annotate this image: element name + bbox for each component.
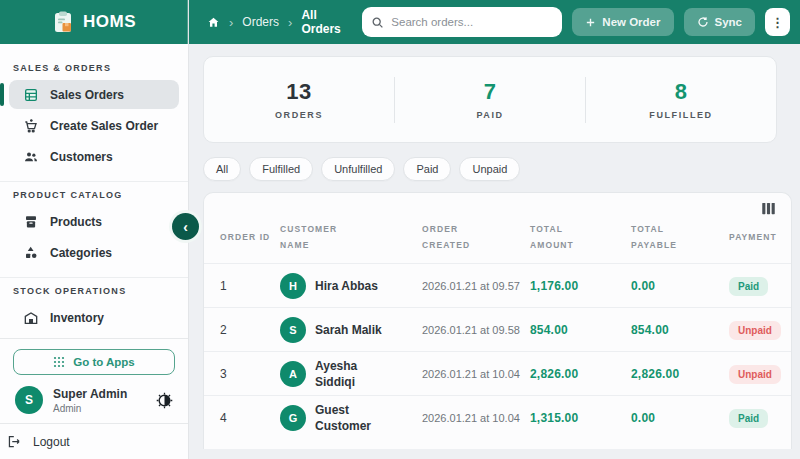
home-icon[interactable] xyxy=(207,16,220,29)
stats-card: 13 ORDERS 7 PAID 8 FULFILLED xyxy=(203,56,777,143)
customer-name: Ayesha Siddiqi xyxy=(315,358,393,390)
payment-cell: Paid xyxy=(729,408,775,428)
breadcrumb-all-orders[interactable]: All Orders xyxy=(301,8,352,36)
sidebar-item-sales-orders[interactable]: Sales Orders xyxy=(9,80,179,109)
section-label-product-catalog: PRODUCT CATALOG xyxy=(0,190,188,200)
order-id: 3 xyxy=(220,367,276,381)
order-created: 2026.01.21 at 09.58 xyxy=(422,324,526,336)
column-header-customer-name[interactable]: CUSTOMER NAME xyxy=(280,221,352,253)
sync-refresh-icon xyxy=(697,16,709,28)
people-icon xyxy=(22,148,39,165)
homs-logo-icon xyxy=(51,10,75,34)
total-amount: 2,826.00 xyxy=(530,367,627,381)
more-options-button[interactable]: ⋮ xyxy=(765,8,790,36)
sidebar-item-label: Inventory xyxy=(50,311,104,325)
warehouse-icon xyxy=(22,309,39,326)
column-header-total-amount[interactable]: TOTAL AMOUNT xyxy=(530,221,602,253)
sidebar: HOMS SALES & ORDERS Sales Orders xyxy=(0,0,189,459)
customer-cell: G Guest Customer xyxy=(280,402,418,434)
go-to-apps-label: Go to Apps xyxy=(73,356,135,368)
total-amount: 1,315.00 xyxy=(530,411,627,425)
sidebar-item-label: Categories xyxy=(50,246,112,260)
app-root: HOMS SALES & ORDERS Sales Orders xyxy=(0,0,800,459)
logout-icon xyxy=(6,434,21,449)
column-header-total-payable[interactable]: TOTAL PAYABLE xyxy=(631,221,703,253)
shapes-icon xyxy=(22,244,39,261)
total-payable: 2,826.00 xyxy=(631,367,725,381)
order-created: 2026.01.21 at 10.04 xyxy=(422,412,526,424)
section-divider xyxy=(0,277,188,278)
cart-plus-icon xyxy=(22,117,39,134)
search-input[interactable] xyxy=(391,16,553,28)
column-header-order-id[interactable]: ORDER ID xyxy=(220,229,276,245)
column-header-order-created[interactable]: ORDER CREATED xyxy=(422,221,494,253)
breadcrumb-orders[interactable]: Orders xyxy=(242,15,279,29)
user-role: Admin xyxy=(53,403,127,414)
chevron-left-icon: ‹ xyxy=(183,220,188,234)
user-name: Super Admin xyxy=(53,387,127,401)
column-header-payment[interactable]: PAYMENT xyxy=(729,229,777,245)
customer-avatar: H xyxy=(280,273,306,299)
payment-status-badge: Unpaid xyxy=(729,365,781,384)
sidebar-item-products[interactable]: Products xyxy=(9,207,179,236)
table-row[interactable]: 1 H Hira Abbas 2026.01.21 at 09.57 1,176… xyxy=(204,263,791,307)
dark-mode-toggle-icon[interactable] xyxy=(156,392,173,409)
columns-icon[interactable] xyxy=(761,202,776,215)
table-row[interactable]: 2 S Sarah Malik 2026.01.21 at 09.58 854.… xyxy=(204,307,791,351)
customer-avatar: S xyxy=(280,317,306,343)
payment-cell: Unpaid xyxy=(729,320,781,340)
stat-paid-value: 7 xyxy=(484,79,497,105)
total-payable: 0.00 xyxy=(631,279,725,293)
logout-label: Logout xyxy=(33,435,70,449)
table-row[interactable]: 4 G Guest Customer 2026.01.21 at 10.04 1… xyxy=(204,395,791,439)
top-header: › Orders › All Orders N xyxy=(189,0,800,44)
content-area: 13 ORDERS 7 PAID 8 FULFILLED All Fulfill… xyxy=(189,44,800,459)
sidebar-nav: SALES & ORDERS Sales Orders xyxy=(0,44,188,338)
stat-orders-label: ORDERS xyxy=(275,110,323,120)
payment-status-badge: Paid xyxy=(729,409,768,428)
total-payable: 854.00 xyxy=(631,323,725,337)
kebab-icon: ⋮ xyxy=(771,15,784,30)
stat-orders-value: 13 xyxy=(286,79,311,105)
breadcrumb: › Orders › All Orders xyxy=(207,8,352,36)
filter-chip-unpaid[interactable]: Unpaid xyxy=(459,157,520,181)
customer-avatar: A xyxy=(280,361,306,387)
sidebar-item-create-sales-order[interactable]: Create Sales Order xyxy=(9,111,179,140)
filter-chip-all[interactable]: All xyxy=(203,157,241,181)
new-order-button[interactable]: New Order xyxy=(572,8,673,36)
user-avatar: S xyxy=(15,386,43,414)
customer-cell: H Hira Abbas xyxy=(280,273,418,299)
stat-fulfilled: 8 FULFILLED xyxy=(586,79,776,120)
brand-title: HOMS xyxy=(83,12,136,32)
orders-table-icon xyxy=(22,86,39,103)
logout-button[interactable]: Logout xyxy=(0,423,188,459)
new-order-label: New Order xyxy=(602,16,660,28)
table-row[interactable]: 3 A Ayesha Siddiqi 2026.01.21 at 10.04 2… xyxy=(204,351,791,395)
filter-chip-fulfilled[interactable]: Fulfilled xyxy=(249,157,313,181)
total-payable: 0.00 xyxy=(631,411,725,425)
section-divider xyxy=(0,181,188,182)
order-id: 4 xyxy=(220,411,276,425)
sidebar-item-customers[interactable]: Customers xyxy=(9,142,179,171)
go-to-apps-button[interactable]: Go to Apps xyxy=(13,349,175,375)
stat-paid: 7 PAID xyxy=(395,79,585,120)
sidebar-item-categories[interactable]: Categories xyxy=(9,238,179,267)
sidebar-item-label: Products xyxy=(50,215,102,229)
table-header-row: ORDER ID CUSTOMER NAME ORDER CREATED TOT… xyxy=(204,217,791,263)
breadcrumb-chevron-icon: › xyxy=(288,15,292,30)
box-icon xyxy=(22,213,39,230)
section-label-sales-orders: SALES & ORDERS xyxy=(0,63,188,73)
plus-icon xyxy=(585,17,596,28)
sync-button[interactable]: Sync xyxy=(684,8,756,36)
filter-chip-paid[interactable]: Paid xyxy=(403,157,451,181)
stat-fulfilled-label: FULFILLED xyxy=(649,110,712,120)
customer-avatar: G xyxy=(280,405,306,431)
customer-name: Sarah Malik xyxy=(315,322,382,338)
customer-cell: S Sarah Malik xyxy=(280,317,418,343)
sidebar-item-inventory[interactable]: Inventory xyxy=(9,303,179,332)
filter-chip-unfulfilled[interactable]: Unfulfilled xyxy=(321,157,395,181)
brand-header[interactable]: HOMS xyxy=(0,0,188,44)
apps-grid-icon xyxy=(53,356,65,368)
user-profile[interactable]: S Super Admin Admin xyxy=(13,375,175,423)
sidebar-collapse-button[interactable]: ‹ xyxy=(172,213,199,240)
